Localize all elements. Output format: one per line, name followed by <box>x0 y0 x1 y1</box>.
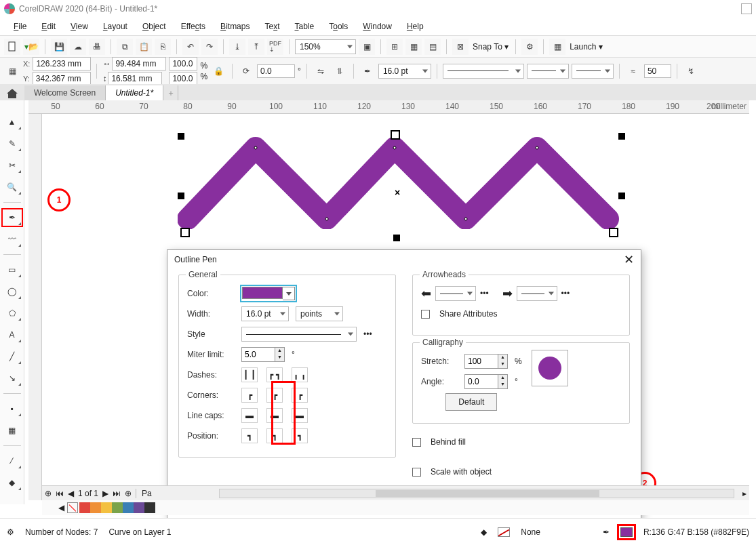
pos-center[interactable]: ┓ <box>266 428 283 443</box>
dash-opt-1[interactable]: ┃ ┃ <box>241 367 258 382</box>
palette-swatch[interactable] <box>79 502 90 513</box>
outline-color-swatch[interactable] <box>620 527 633 537</box>
outline-pen-status-icon[interactable]: ✒ <box>603 527 610 537</box>
user-icon[interactable] <box>741 3 752 14</box>
palette-swatch[interactable] <box>112 502 123 513</box>
fill-swatch-icon[interactable]: ◆ <box>481 527 487 537</box>
gear-icon[interactable]: ⚙ <box>7 527 14 537</box>
y-input[interactable]: 342.367 mm <box>33 72 91 85</box>
shape-tool[interactable]: ✎ <box>3 136 22 152</box>
open-button[interactable]: ▾📂 <box>23 39 39 55</box>
line-style-combo[interactable] <box>527 64 569 79</box>
corner-miter[interactable]: ┏ <box>241 388 258 403</box>
behind-fill-checkbox[interactable] <box>412 438 421 447</box>
x-input[interactable]: 126.233 mm <box>33 57 91 70</box>
line-end-combo[interactable] <box>572 64 614 79</box>
scale-y-input[interactable]: 100.0 <box>169 72 197 85</box>
wrap-text-button[interactable]: ≈ <box>625 63 641 79</box>
export-button[interactable]: ⤒ <box>248 39 264 55</box>
page-add2-icon[interactable]: ⊕ <box>125 489 132 498</box>
style-more-icon[interactable]: ••• <box>363 329 372 339</box>
stretch-input[interactable]: ▲▼ <box>464 354 508 369</box>
corner-bevel[interactable]: ┏ <box>292 388 308 403</box>
arrow-start-more[interactable]: ••• <box>480 289 489 298</box>
snap-off-button[interactable]: ⊠ <box>452 39 469 55</box>
menu-edit[interactable]: Edit <box>35 19 62 34</box>
page-first-icon[interactable]: ⏮ <box>56 489 64 498</box>
artistic-media-tool[interactable]: 〰 <box>3 231 22 247</box>
save-button[interactable]: 💾 <box>51 39 67 55</box>
page-tab[interactable]: Pa <box>136 489 157 498</box>
menu-text[interactable]: Text <box>258 19 286 34</box>
width-unit-combo[interactable]: points <box>296 306 343 321</box>
tab-add[interactable]: ＋ <box>163 85 178 100</box>
ruler-button[interactable]: ⊞ <box>386 39 403 55</box>
width-input[interactable]: 16.0 pt <box>241 306 289 321</box>
pos-outside[interactable]: ┓ <box>241 428 258 443</box>
mirror-v-button[interactable]: ⥮ <box>332 63 348 79</box>
fill-none-swatch[interactable] <box>498 527 510 537</box>
menu-tools[interactable]: Tools <box>322 19 355 34</box>
scale-with-object-checkbox[interactable] <box>412 468 421 477</box>
eyedropper-tool[interactable]: ⁄ <box>3 453 22 469</box>
menu-object[interactable]: Object <box>136 19 173 34</box>
palette-swatch[interactable] <box>101 502 112 513</box>
palette-none-icon[interactable] <box>67 502 78 513</box>
height-input[interactable]: 16.581 mm <box>108 72 162 85</box>
mirror-h-button[interactable]: ⇋ <box>313 63 329 79</box>
clip-button[interactable]: ⎘ <box>155 39 171 55</box>
parallel-dim-tool[interactable]: ╱ <box>3 348 22 365</box>
guides-button[interactable]: ▤ <box>424 39 441 55</box>
paste-button[interactable]: 📋 <box>136 39 152 55</box>
polygon-tool[interactable]: ⬠ <box>3 305 22 321</box>
zoom-tool[interactable]: 🔍 <box>3 179 22 195</box>
menu-file[interactable]: File <box>7 19 33 34</box>
ellipse-tool[interactable]: ◯ <box>3 283 22 300</box>
snap-to-dropdown[interactable]: Snap To ▾ <box>471 42 510 52</box>
transparency-tool[interactable]: ▦ <box>3 422 22 439</box>
default-button[interactable]: Default <box>445 393 497 411</box>
palette-swatch[interactable] <box>90 502 101 513</box>
cap-square[interactable]: ▬ <box>292 408 308 423</box>
page-prev-icon[interactable]: ◀ <box>68 489 74 498</box>
cloud-button[interactable]: ☁ <box>70 39 86 55</box>
home-icon[interactable] <box>5 87 19 100</box>
line-start-combo[interactable] <box>443 64 524 79</box>
print-button[interactable]: 🖶 <box>89 39 105 55</box>
zoom-combo[interactable]: 150% <box>295 39 356 54</box>
menu-bitmaps[interactable]: Bitmaps <box>214 19 256 34</box>
page-last-icon[interactable]: ⏭ <box>113 489 121 498</box>
launch-dropdown[interactable]: Launch ▾ <box>568 42 604 52</box>
dropshadow-tool[interactable]: ▪ <box>3 401 22 417</box>
width-input[interactable]: 99.484 mm <box>112 57 166 70</box>
menu-table[interactable]: Table <box>288 19 321 34</box>
pen-tool[interactable]: ✒ <box>3 209 22 226</box>
lock-ratio-button[interactable]: 🔒 <box>210 63 226 79</box>
fill-tool[interactable]: ◆ <box>3 475 22 491</box>
options-button[interactable]: ⚙ <box>521 39 538 55</box>
miter-input[interactable]: ▲▼ <box>241 347 285 362</box>
cap-butt[interactable]: ▬ <box>241 408 258 423</box>
menu-layout[interactable]: Layout <box>96 19 134 34</box>
tab-welcome[interactable]: Welcome Screen <box>24 85 106 100</box>
text-tool[interactable]: A <box>3 327 22 343</box>
copy-button[interactable]: ⧉ <box>117 39 133 55</box>
arrow-end-combo[interactable] <box>517 286 557 301</box>
style-combo[interactable] <box>241 327 357 342</box>
rotation-input[interactable]: 0.0 <box>257 64 295 78</box>
tab-untitled[interactable]: Untitled-1* <box>106 85 163 100</box>
rotate-icon[interactable]: ⟳ <box>238 63 254 79</box>
convert-button[interactable]: ↯ <box>683 63 699 79</box>
freq-input[interactable]: 50 <box>644 64 671 78</box>
dash-opt-2[interactable]: ┏ ┓ <box>266 367 283 382</box>
scale-x-input[interactable]: 100.0 <box>169 57 197 70</box>
pick-tool[interactable]: ▲ <box>3 114 22 130</box>
menu-help[interactable]: Help <box>400 19 431 34</box>
outline-pen-icon[interactable]: ✒ <box>359 63 376 79</box>
arrow-end-more[interactable]: ••• <box>561 289 570 298</box>
dash-opt-3[interactable]: ╻ ╻ <box>292 367 308 382</box>
h-scrollbar[interactable] <box>219 489 734 498</box>
pos-inside[interactable]: ┓ <box>292 428 308 443</box>
corner-round[interactable]: ┏ <box>266 388 283 403</box>
arrow-start-combo[interactable] <box>435 286 476 301</box>
